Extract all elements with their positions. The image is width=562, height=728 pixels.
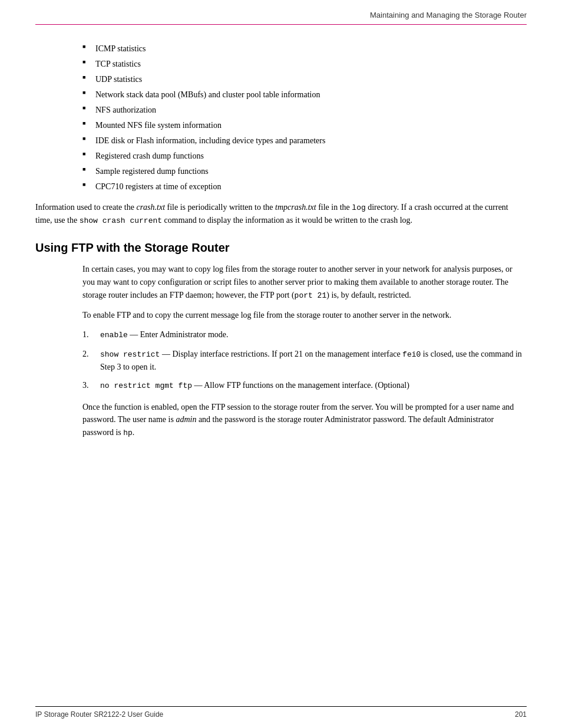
section-heading: Using FTP with the Storage Router — [35, 241, 527, 255]
list-item: Mounted NFS file system information — [82, 119, 527, 131]
ftp-outro-paragraph: Once the function is enabled, open the F… — [35, 401, 527, 440]
list-item: 3. no restrict mgmt ftp — Allow FTP func… — [82, 379, 527, 392]
list-item: Registered crash dump functions — [82, 150, 527, 162]
ftp-enable-intro: To enable FTP and to copy the current me… — [82, 309, 527, 322]
list-item: 2. show restrict — Display interface res… — [82, 348, 527, 374]
numbered-steps-list: 1. enable — Enter Administrator mode. 2.… — [35, 328, 527, 392]
list-item: UDP statistics — [82, 73, 527, 85]
step-number: 2. — [82, 348, 89, 361]
footer-right: 201 — [515, 710, 527, 719]
step-number: 1. — [82, 328, 89, 341]
ftp-intro-paragraph: In certain cases, you may want to copy l… — [82, 263, 527, 302]
list-item: Sample registered dump functions — [82, 165, 527, 177]
list-item: IDE disk or Flash information, including… — [82, 134, 527, 147]
page: Maintaining and Managing the Storage Rou… — [0, 0, 562, 728]
list-item: ICMP statistics — [82, 42, 527, 55]
page-footer-container: IP Storage Router SR2122-2 User Guide 20… — [0, 689, 562, 728]
main-content: ICMP statistics TCP statistics UDP stati… — [0, 25, 562, 458]
bullet-list: ICMP statistics TCP statistics UDP stati… — [35, 42, 527, 193]
header-title: Maintaining and Managing the Storage Rou… — [370, 11, 527, 19]
footer-left: IP Storage Router SR2122-2 User Guide — [35, 710, 163, 719]
page-header: Maintaining and Managing the Storage Rou… — [0, 0, 562, 24]
list-item: CPC710 registers at time of exception — [82, 180, 527, 193]
list-item: 1. enable — Enter Administrator mode. — [82, 328, 527, 341]
crash-info-paragraph: Information used to create the crash.txt… — [35, 201, 527, 227]
page-footer: IP Storage Router SR2122-2 User Guide 20… — [0, 707, 562, 728]
ftp-intro-block: In certain cases, you may want to copy l… — [35, 263, 527, 321]
step-number: 3. — [82, 379, 89, 392]
list-item: NFS authorization — [82, 104, 527, 116]
list-item: Network stack data pool (MBufs) and clus… — [82, 88, 527, 101]
list-item: TCP statistics — [82, 58, 527, 70]
